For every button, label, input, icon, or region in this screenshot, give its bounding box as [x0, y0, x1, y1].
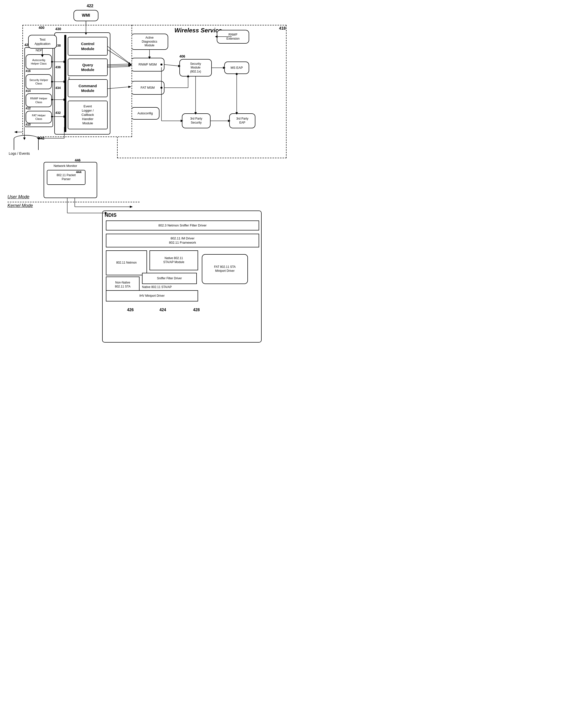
- third-party-security-label: 3rd Party Security: [190, 117, 202, 125]
- security-module-label: Security Module (802.1x): [190, 62, 201, 74]
- ref-422: 422: [87, 4, 93, 8]
- ref-436: 436: [55, 65, 61, 69]
- command-module-box: Command Module: [68, 79, 108, 97]
- native-staap-label: Native 802.11 STA/AP: [142, 285, 172, 289]
- ref-432: 432: [55, 111, 61, 114]
- rnwf-msm-label: RNWF MSM: [139, 63, 157, 67]
- test-application-box: Test Application: [28, 35, 57, 48]
- wireless-service-title: Wireless Service: [174, 27, 222, 34]
- sniffer-filter-box: Sniffer Filter Driver: [142, 273, 197, 284]
- rnwf-helper-box: RNWF Helper Class: [26, 93, 52, 107]
- kernel-mode-label: Kernel Mode: [7, 203, 33, 208]
- ref-410: 410: [26, 123, 30, 126]
- security-helper-label: Security Helper Class: [29, 78, 48, 85]
- control-module-label: Control Module: [81, 41, 94, 51]
- third-party-eap-box: 3rd Party EAP: [229, 113, 255, 128]
- ndf-label: NDF: [36, 48, 42, 52]
- rnwf-extension-label: RNWF Extension: [227, 33, 240, 41]
- user-mode-label: User Mode: [7, 194, 29, 199]
- security-helper-box: Security Helper Class: [26, 74, 52, 89]
- fat-miniport-label: FAT 802.11 STA Miniport Driver: [214, 265, 236, 273]
- ms-eap-box: MS EAP: [224, 62, 249, 74]
- packet-parser-label: 802.11 Packet Parser: [57, 173, 76, 181]
- im-driver-box: 802.11 IM Driver 802.11 Framework: [106, 234, 259, 248]
- ref-426: 426: [127, 308, 134, 312]
- ref-400: 400: [39, 26, 44, 30]
- ms-eap-label: MS EAP: [230, 66, 243, 70]
- ref-414: 414: [26, 89, 30, 93]
- autoconfig-helper-box: Autoconfig Helper Class: [26, 54, 52, 69]
- logs-events-label: Logs / Events: [9, 151, 30, 155]
- query-module-box: Query Module: [68, 59, 108, 76]
- control-module-box: Control Module: [68, 37, 108, 56]
- ndis-label: NDIS: [105, 212, 117, 218]
- ref-406: 406: [180, 54, 185, 58]
- ref-442: 442: [39, 136, 44, 140]
- rnwf-msm-box: RNWF MSM: [131, 58, 164, 71]
- ref-428: 428: [193, 308, 200, 312]
- ihv-miniport-box: IHV Miniport Driver: [106, 290, 198, 301]
- autoconfig-box: Autoconfig: [131, 107, 160, 120]
- wmi-label: WMI: [82, 13, 90, 18]
- autoconfig-helper-label: Autoconfig Helper Class: [31, 58, 47, 65]
- autoconfig-label: Autoconfig: [138, 111, 153, 115]
- wmi-box: WMI: [74, 10, 99, 21]
- fat-miniport-box: FAT 802.11 STA Miniport Driver: [202, 254, 248, 284]
- ref-412: 412: [26, 107, 30, 110]
- mode-divider: [7, 202, 140, 202]
- sniffer-filter-label: Sniffer Filter Driver: [157, 277, 182, 280]
- native-ap-box: Native 802.11 STA/AP Module: [149, 250, 198, 270]
- netmon-sniffer-box: 802.3 Netmon Sniffer Filter Driver: [106, 220, 259, 231]
- third-party-security-box: 3rd Party Security: [182, 113, 211, 128]
- event-logger-label: Event Logger / Callback Handler Module: [82, 104, 94, 125]
- fat-helper-label: FAT Helper Class: [32, 113, 46, 121]
- active-diagnostics-box: Active Diagnostics Module: [131, 34, 168, 50]
- query-module-label: Query Module: [81, 63, 94, 72]
- fat-helper-box: FAT Helper Class: [26, 111, 52, 123]
- active-diagnostics-label: Active Diagnostics Module: [142, 36, 157, 48]
- command-module-label: Command Module: [79, 83, 97, 93]
- rnwf-extension-box: RNWF Extension: [217, 30, 249, 44]
- netmon-sniffer-label: 802.3 Netmon Sniffer Filter Driver: [159, 223, 207, 228]
- netmon-802-box: 802.11 Netmon: [106, 250, 147, 275]
- native-ap-label: Native 802.11 STA/AP Module: [163, 256, 184, 264]
- ref-434: 434: [55, 86, 61, 90]
- ref-430: 430: [55, 27, 61, 31]
- fat-msm-label: FAT MSM: [141, 86, 155, 90]
- ref-424: 424: [160, 308, 166, 312]
- non-native-label: Non-Native 802.11 STA: [115, 281, 130, 289]
- event-logger-box: Event Logger / Callback Handler Module: [68, 101, 108, 129]
- rnwf-helper-label: RNWF Helper Class: [30, 97, 47, 104]
- fat-msm-box: FAT MSM: [131, 81, 164, 95]
- ref-418: 418: [279, 26, 286, 30]
- third-party-eap-label: 3rd Party EAP: [236, 117, 248, 125]
- security-module-box: Security Module (802.1x): [180, 59, 212, 77]
- ref-444: 444: [76, 170, 82, 174]
- diagram: WMI 422 Wireless Service 418 RNWF Extens…: [0, 0, 294, 362]
- test-application-label: Test Application: [35, 38, 50, 46]
- helper-bar: [64, 35, 66, 132]
- ihv-miniport-label: IHV Miniport Driver: [139, 294, 164, 298]
- ref-416: 416: [26, 69, 30, 73]
- netmon-802-label: 802.11 Netmon: [116, 261, 136, 265]
- ref-446: 446: [75, 158, 81, 162]
- network-monitor-label: Network Monitor: [54, 164, 77, 168]
- im-driver-label: 802.11 IM Driver 802.11 Framework: [169, 236, 196, 245]
